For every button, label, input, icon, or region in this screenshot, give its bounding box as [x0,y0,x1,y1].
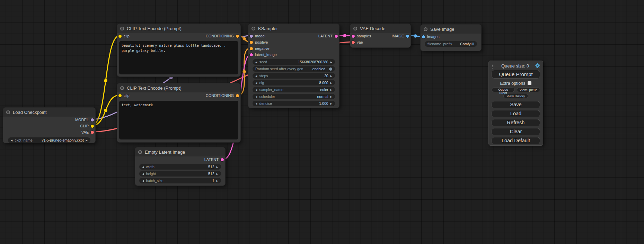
arrow-left-icon[interactable]: ◀ [255,102,257,105]
toggle-on-icon[interactable] [329,67,332,71]
arrow-right-icon[interactable]: ▶ [217,180,218,182]
drag-handle-icon[interactable] [492,63,495,69]
wire-midpoint-latent-output[interactable] [343,34,346,37]
image-slot-dot[interactable] [406,35,409,38]
arrow-left-icon[interactable]: ◀ [255,89,257,91]
arrow-right-icon[interactable]: ▶ [86,139,88,142]
conditioning-slot-dot[interactable] [250,47,253,50]
arrow-left-icon[interactable]: ◀ [142,166,144,168]
batch-size-widget[interactable]: ◀ batch_size 1 ▶ [139,178,221,183]
ckpt-name-widget[interactable]: ◀ ckpt_name v1-5-pruned-emaonly.ckpt ▶ [8,137,90,143]
collapse-dot-icon[interactable] [120,86,124,90]
output-slot-latent[interactable]: LATENT [204,157,225,162]
collapse-dot-icon[interactable] [6,110,10,114]
latent-slot-dot[interactable] [335,35,338,38]
node-load-checkpoint[interactable]: Load Checkpoint MODEL CLIP VAE ◀ ckpt_na… [3,107,96,143]
output-slot-conditioning[interactable]: CONDITIONING [206,34,240,38]
input-slot-vae[interactable]: vae [350,40,363,44]
clip-slot-dot[interactable] [118,94,122,97]
load-button[interactable]: Load [492,110,540,117]
cfg-widget[interactable]: ◀ cfg 8.000 ▶ [253,80,335,85]
collapse-dot-icon[interactable] [138,150,142,154]
queue-front-button[interactable]: Queue Front [492,88,515,92]
input-slot-positive[interactable]: positive [248,40,268,44]
arrow-left-icon[interactable]: ◀ [142,180,144,182]
scheduler-widget[interactable]: ◀ scheduler normal ▶ [253,94,335,99]
input-slot-model[interactable]: model [248,34,265,38]
arrow-right-icon[interactable]: ▶ [330,96,332,98]
node-vae-decode[interactable]: VAE Decode samples IMAGE vae [350,24,411,48]
collapse-dot-icon[interactable] [120,27,124,30]
prompt-textarea[interactable]: beautiful scenery nature glass bottle la… [119,41,238,74]
view-history-button[interactable]: View History [503,94,528,98]
output-slot-latent[interactable]: LATENT [318,34,339,38]
arrow-right-icon[interactable]: ▶ [217,173,218,175]
node-clip-text-encode-negative[interactable]: CLIP Text Encode (Prompt) clip CONDITION… [117,83,241,143]
arrow-left-icon[interactable]: ◀ [11,139,12,142]
settings-gear-icon[interactable] [535,63,540,68]
arrow-left-icon[interactable]: ◀ [255,75,257,77]
arrow-right-icon[interactable]: ▶ [330,102,332,105]
model-slot-dot[interactable] [250,35,253,38]
node-title-bar[interactable]: VAE Decode [350,24,411,33]
input-slot-images[interactable]: images [421,35,439,39]
random-seed-toggle-widget[interactable]: Random seed after every gen enabled [253,66,335,72]
node-clip-text-encode-positive[interactable]: CLIP Text Encode (Prompt) clip CONDITION… [117,24,241,77]
arrow-right-icon[interactable]: ▶ [330,75,332,77]
vae-slot-dot[interactable] [91,131,94,134]
input-slot-negative[interactable]: negative [248,46,270,51]
model-slot-dot[interactable] [91,118,94,121]
arrow-right-icon[interactable]: ▶ [330,61,332,63]
node-title-bar[interactable]: CLIP Text Encode (Prompt) [117,24,240,33]
output-slot-vae[interactable]: VAE [81,130,95,134]
output-slot-model[interactable]: MODEL [75,118,95,122]
latent-slot-dot[interactable] [352,35,355,38]
output-slot-image[interactable]: IMAGE [392,34,411,38]
node-ksampler[interactable]: KSampler model LATENT positive negative [248,24,339,108]
seed-widget[interactable]: ◀ seed 156680208700286 ▶ [253,59,335,65]
wire-midpoint-clip-positive[interactable] [104,79,107,82]
load-default-button[interactable]: Load Default [492,137,540,144]
output-slot-clip[interactable]: CLIP [80,124,95,128]
collapse-dot-icon[interactable] [424,27,427,31]
conditioning-slot-dot[interactable] [250,41,253,44]
image-slot-dot[interactable] [422,35,425,38]
prompt-textarea[interactable]: text, watermark [119,101,238,139]
filename-prefix-widget[interactable]: filename_prefix ComfyUI [425,41,477,47]
height-widget[interactable]: ◀ height 512 ▶ [139,171,221,177]
view-queue-button[interactable]: View Queue [517,88,540,92]
save-button[interactable]: Save [492,101,540,108]
arrow-left-icon[interactable]: ◀ [255,82,257,84]
conditioning-slot-dot[interactable] [236,94,239,97]
node-title-bar[interactable]: CLIP Text Encode (Prompt) [117,83,240,92]
input-slot-clip[interactable]: clip [117,93,130,98]
conditioning-slot-dot[interactable] [236,35,239,38]
node-graph-canvas[interactable]: Load Checkpoint MODEL CLIP VAE ◀ ckpt_na… [0,0,644,244]
arrow-left-icon[interactable]: ◀ [142,173,144,175]
arrow-left-icon[interactable]: ◀ [255,61,257,63]
wire-midpoint-clip-negative[interactable] [104,109,107,112]
arrow-right-icon[interactable]: ▶ [330,89,332,91]
width-widget[interactable]: ◀ width 512 ▶ [139,164,221,170]
sampler-name-widget[interactable]: ◀ sampler_name euler ▶ [253,87,335,92]
clip-slot-dot[interactable] [91,125,94,128]
arrow-right-icon[interactable]: ▶ [217,166,218,168]
node-title-bar[interactable]: KSampler [248,24,339,33]
latent-slot-dot[interactable] [221,158,224,161]
input-slot-latent-image[interactable]: latent_image [248,53,277,57]
output-slot-conditioning[interactable]: CONDITIONING [206,93,240,98]
node-save-image[interactable]: Save Image images filename_prefix ComfyU… [420,24,482,51]
denoise-widget[interactable]: ◀ denoise 1.000 ▶ [253,101,335,106]
node-title-bar[interactable]: Load Checkpoint [3,108,95,117]
vae-slot-dot[interactable] [352,41,355,44]
collapse-dot-icon[interactable] [252,27,255,30]
clear-button[interactable]: Clear [492,128,540,135]
wire-midpoint-conditioning-negative[interactable] [242,70,246,73]
extra-options-checkbox[interactable] [528,81,531,85]
wire-midpoint-image[interactable] [414,34,417,38]
refresh-button[interactable]: Refresh [492,119,540,126]
input-slot-clip[interactable]: clip [117,34,130,38]
node-title-bar[interactable]: Save Image [421,25,481,34]
collapse-dot-icon[interactable] [353,27,357,30]
input-slot-samples[interactable]: samples [350,34,371,38]
